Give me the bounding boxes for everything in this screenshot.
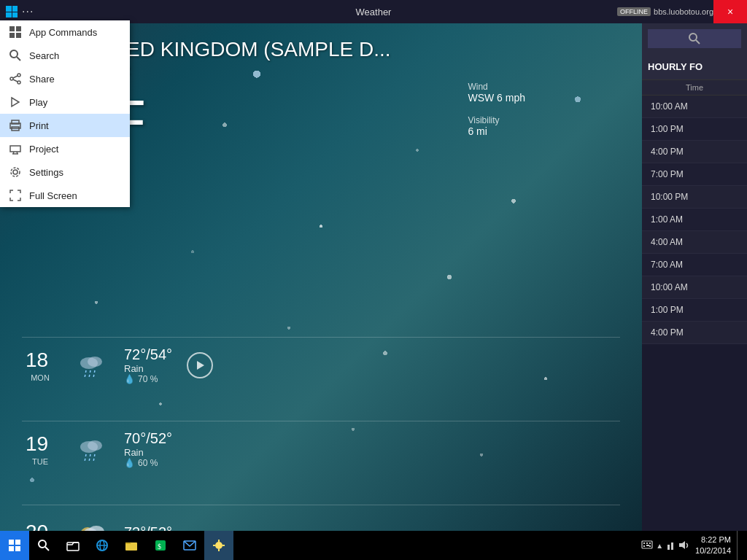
menu-item-search[interactable]: Search <box>0 44 130 67</box>
svg-line-23 <box>85 370 86 378</box>
fullscreen-label: Full Screen <box>29 190 77 201</box>
svg-point-51 <box>215 542 222 549</box>
time: 8:22 PM <box>695 534 731 545</box>
menu-item-project[interactable]: Project <box>0 137 130 160</box>
forecast-icon-2 <box>73 514 109 531</box>
svg-line-31 <box>93 454 95 462</box>
print-icon <box>9 119 22 132</box>
svg-rect-61 <box>646 545 649 546</box>
search-taskbar-button[interactable] <box>29 531 58 560</box>
forecast-day-name-1: TUE <box>26 457 55 466</box>
svg-line-25 <box>93 370 95 378</box>
offline-badge: OFFLINE <box>617 7 651 16</box>
weather-button[interactable] <box>204 531 233 560</box>
start-button[interactable] <box>0 531 29 560</box>
folder-button[interactable] <box>117 531 146 560</box>
more-options-button[interactable]: ··· <box>22 5 34 18</box>
svg-marker-26 <box>197 361 204 370</box>
forecast-day-num-0: 18 <box>26 349 55 372</box>
svg-line-5 <box>17 57 20 61</box>
right-panel: HOURLY FO Time 10:00 AM1:00 PM4:00 PM7:0… <box>642 23 747 531</box>
menu-item-fullscreen[interactable]: Full Screen <box>0 184 130 207</box>
hourly-row: 7:00 PM <box>642 163 747 186</box>
drop-icon-0: 💧 <box>124 374 135 384</box>
file-explorer-button[interactable] <box>58 531 88 560</box>
hourly-list: 10:00 AM1:00 PM4:00 PM7:00 PM10:00 PM1:0… <box>642 96 747 344</box>
play-label: Play <box>29 97 47 108</box>
svg-point-4 <box>10 50 18 58</box>
svg-point-19 <box>13 170 18 174</box>
taskbar: $ ▲ 8:22 PM 10/2/2014 <box>0 531 747 560</box>
hourly-row: 10:00 PM <box>642 186 747 209</box>
svg-rect-2 <box>9 33 15 38</box>
search-label: Search <box>29 50 59 61</box>
mail-button[interactable] <box>175 531 204 560</box>
titlebar-right: OFFLINE bbs.luobotou.org × <box>617 0 747 23</box>
wind-label: Wind <box>468 82 525 92</box>
windows-logo <box>6 6 18 18</box>
forecast-row-1: 19 TUE 70°/52° Rain 💧 60 % <box>22 421 620 477</box>
svg-point-20 <box>11 168 20 176</box>
panel-header: HOURLY FO <box>642 54 747 80</box>
expand-tray-icon[interactable]: ▲ <box>656 542 663 550</box>
fullscreen-icon <box>9 189 22 202</box>
svg-rect-37 <box>9 540 14 545</box>
svg-rect-63 <box>667 545 670 550</box>
menu-item-settings[interactable]: Settings <box>0 160 130 184</box>
visibility-label: Visibility <box>468 115 525 125</box>
forecast-icon-0 <box>73 347 109 384</box>
hourly-row: 4:00 AM <box>642 231 747 254</box>
taskbar-right: ▲ 8:22 PM 10/2/2014 <box>641 531 747 560</box>
svg-line-42 <box>45 547 49 551</box>
svg-rect-58 <box>646 542 648 544</box>
forecast-day-col-0: 18 MON <box>22 349 58 382</box>
app-commands-label: App Commands <box>29 27 97 38</box>
svg-rect-59 <box>649 542 651 544</box>
forecast-cond-1: Rain <box>124 447 172 458</box>
svg-text:$: $ <box>158 542 161 551</box>
svg-point-28 <box>88 440 102 451</box>
svg-rect-60 <box>643 545 645 547</box>
hourly-row: 10:00 AM <box>642 96 747 118</box>
search-icon <box>9 49 22 62</box>
play-video-button[interactable] <box>187 352 213 378</box>
share-label: Share <box>29 74 55 85</box>
panel-search-box[interactable] <box>648 29 741 48</box>
forecast-day-num-1: 19 <box>26 432 55 456</box>
show-desktop-button[interactable] <box>737 531 741 560</box>
svg-point-8 <box>10 77 13 80</box>
menu-item-share[interactable]: Share <box>0 67 130 90</box>
close-button[interactable]: × <box>713 0 747 23</box>
svg-rect-40 <box>15 546 20 551</box>
svg-rect-57 <box>643 542 645 544</box>
forecast-cond-0: Rain <box>124 363 172 374</box>
hourly-row: 1:00 AM <box>642 209 747 231</box>
app-title: Weather <box>356 7 392 18</box>
forecast-day-num-2: 20 <box>26 521 55 531</box>
forecast-row-2: 20 73°/52° <box>22 505 620 531</box>
svg-marker-11 <box>12 98 19 106</box>
volume-icon <box>678 540 689 551</box>
svg-rect-64 <box>671 542 673 550</box>
menu-item-print[interactable]: Print <box>0 114 130 137</box>
svg-point-7 <box>18 81 20 84</box>
share-icon <box>9 72 22 85</box>
visibility-value: 6 mi <box>468 125 525 137</box>
clock: 8:22 PM 10/2/2014 <box>695 534 731 557</box>
forecast-temps-0: 72°/54° <box>124 346 172 363</box>
svg-rect-1 <box>16 26 21 31</box>
forecast-details-0: 72°/54° Rain 💧 70 % <box>124 346 172 384</box>
ie-browser-button[interactable] <box>88 531 117 560</box>
hourly-row: 4:00 PM <box>642 141 747 163</box>
time-column-label: Time <box>642 80 747 96</box>
svg-rect-15 <box>10 146 20 152</box>
context-menu: App Commands Search Share Play Print Pro… <box>0 20 130 207</box>
forecast-row-0: 18 MON 72°/54° Rain 💧 70 % <box>22 337 620 393</box>
menu-item-app-commands[interactable]: App Commands <box>0 20 130 44</box>
forecast-icon-1 <box>73 431 109 467</box>
menu-item-play[interactable]: Play <box>0 90 130 114</box>
svg-point-6 <box>18 74 20 77</box>
forecast-temps-2: 73°/52° <box>124 524 172 532</box>
forecast-precip-0: 💧 70 % <box>124 374 172 384</box>
store-button[interactable]: $ <box>146 531 175 560</box>
